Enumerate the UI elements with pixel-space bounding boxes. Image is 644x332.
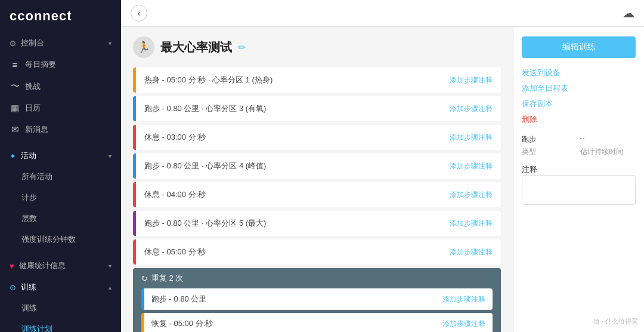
- repeat-header: ↻ 重复 2 次: [141, 273, 493, 284]
- sidebar-item-steps[interactable]: 计步: [0, 187, 121, 208]
- sidebar-item-daily[interactable]: ≡ 每日摘要: [0, 54, 121, 75]
- sidebar-item-training[interactable]: ⊙ 训练 ▴: [0, 276, 121, 298]
- app-logo: cconnect: [0, 0, 121, 32]
- add-note-button[interactable]: 添加步骤注释: [450, 75, 493, 85]
- action-links: 发送到设备 添加至日程表 保存副本 删除: [522, 65, 636, 127]
- sidebar-label-all-activities: 所有活动: [21, 172, 52, 182]
- sidebar-label-floors: 层数: [21, 214, 37, 224]
- sidebar-item-messages[interactable]: ✉ 新消息: [0, 119, 121, 140]
- content-area: 🏃 最大心率测试 ✏ 热身 - 05:00 分:秒 · 心率分区 1 (热身) …: [121, 27, 644, 332]
- repeat-icon: ↻: [141, 274, 148, 283]
- step-row: 跑步 - 0.80 公里 · 心率分区 5 (最大) 添加步骤注释: [133, 211, 501, 236]
- notes-label: 注释: [522, 164, 636, 175]
- sidebar-label-challenge: 挑战: [25, 81, 41, 92]
- step-row: 跑步 - 0.80 公里 · 心率分区 4 (峰值) 添加步骤注释: [133, 153, 501, 179]
- step-row: 休息 - 05:00 分:秒 添加步骤注释: [133, 239, 501, 265]
- sidebar-label-training-sub: 训练: [21, 303, 37, 313]
- repeat-step-row: 跑步 - 0.80 公里 添加步骤注释: [141, 288, 493, 310]
- step-label: 休息 - 03:00 分:秒: [144, 132, 450, 143]
- back-button[interactable]: ‹: [131, 5, 147, 21]
- send-to-device-link[interactable]: 发送到设备: [522, 65, 636, 81]
- challenge-icon: 〜: [10, 81, 20, 92]
- messages-icon: ✉: [10, 124, 20, 135]
- sidebar-item-floors[interactable]: 层数: [0, 208, 121, 229]
- chevron-training-icon: ▴: [109, 284, 112, 291]
- edit-title-icon[interactable]: ✏: [238, 42, 246, 53]
- health-icon: ♥: [10, 262, 14, 270]
- sidebar-item-training-sub[interactable]: 训练: [0, 298, 121, 319]
- sidebar-item-health[interactable]: ♥ 健康统计信息 ▾: [0, 255, 121, 276]
- calendar-icon: ▦: [10, 103, 20, 113]
- step-label: 跑步 - 0.80 公里 · 心率分区 3 (有氧): [144, 103, 450, 114]
- add-note-button[interactable]: 添加步骤注释: [450, 133, 493, 143]
- add-note-button[interactable]: 添加步骤注释: [450, 104, 493, 114]
- repeat-step-row: 恢复 - 05:00 分:秒 添加步骤注释: [141, 313, 493, 332]
- sidebar-label-daily: 每日摘要: [25, 59, 56, 70]
- activity-icon: ✦: [10, 152, 16, 161]
- workout-title-row: 🏃 最大心率测试 ✏: [133, 36, 501, 58]
- sidebar-label-training: 训练: [21, 282, 36, 293]
- step-label: 跑步 - 0.80 公里 · 心率分区 4 (峰值): [144, 161, 450, 171]
- notes-section: 注释: [522, 164, 636, 205]
- sidebar-label-messages: 新消息: [25, 124, 48, 135]
- add-note-button[interactable]: 添加步骤注释: [450, 161, 493, 171]
- watermark: 值 · 什么值得买: [593, 317, 638, 326]
- sidebar-label-activity: 活动: [21, 150, 36, 161]
- workout-area: 🏃 最大心率测试 ✏ 热身 - 05:00 分:秒 · 心率分区 1 (热身) …: [121, 27, 513, 332]
- repeat-block: ↻ 重复 2 次 跑步 - 0.80 公里 添加步骤注释 恢复 - 05:00 …: [133, 268, 501, 332]
- type-value: 跑步: [522, 134, 578, 145]
- add-note-button[interactable]: 添加步骤注释: [450, 247, 493, 257]
- notes-box[interactable]: [522, 175, 636, 205]
- sidebar: cconnect ⊙ 控制台 ▾ ≡ 每日摘要 〜 挑战 ▦ 日历 ✉ 新消息 …: [0, 0, 121, 332]
- step-label: 热身 - 05:00 分:秒 · 心率分区 1 (热身): [144, 75, 450, 85]
- chevron-down-icon: ▾: [109, 40, 112, 47]
- sidebar-item-activity[interactable]: ✦ 活动 ▾: [0, 145, 121, 167]
- delete-link[interactable]: 删除: [522, 112, 636, 127]
- dashboard-icon: ⊙: [10, 39, 16, 48]
- sidebar-label-health: 健康统计信息: [19, 260, 66, 271]
- right-panel: 编辑训练 发送到设备 添加至日程表 保存副本 删除 跑步 -- 类型 估计持续时…: [513, 27, 644, 332]
- repeat-label: 重复 2 次: [151, 273, 183, 284]
- add-note-button[interactable]: 添加步骤注释: [450, 219, 493, 229]
- step-row: 跑步 - 0.80 公里 · 心率分区 3 (有氧) 添加步骤注释: [133, 96, 501, 121]
- sidebar-label-calendar: 日历: [25, 103, 41, 113]
- repeat-step-label: 跑步 - 0.80 公里: [151, 294, 442, 305]
- repeat-step-label: 恢复 - 05:00 分:秒: [151, 318, 442, 329]
- add-note-button[interactable]: 添加步骤注释: [442, 319, 485, 329]
- main-area: ‹ ☁ 🏃 最大心率测试 ✏ 热身 - 05:00 分:秒 · 心率分区 1 (…: [121, 0, 644, 332]
- step-row: 热身 - 05:00 分:秒 · 心率分区 1 (热身) 添加步骤注释: [133, 67, 501, 93]
- workout-info-grid: 跑步 -- 类型 估计持续时间: [522, 134, 636, 157]
- save-copy-link[interactable]: 保存副本: [522, 96, 636, 112]
- training-icon: ⊙: [10, 283, 16, 292]
- back-icon: ‹: [138, 8, 141, 18]
- add-note-button[interactable]: 添加步骤注释: [442, 294, 485, 305]
- step-row: 休息 - 04:00 分:秒 添加步骤注释: [133, 182, 501, 207]
- duration-label: 类型: [522, 147, 578, 157]
- sidebar-item-calendar[interactable]: ▦ 日历: [0, 97, 121, 119]
- sidebar-label-dashboard: 控制台: [21, 38, 44, 48]
- sidebar-item-intensity[interactable]: 强度训练分钟数: [0, 229, 121, 250]
- sidebar-label-training-plan: 训练计划: [21, 324, 52, 332]
- sidebar-item-training-plan[interactable]: 训练计划: [0, 319, 121, 332]
- chevron-health-icon: ▾: [109, 263, 112, 269]
- workout-title: 最大心率测试: [160, 39, 232, 56]
- add-note-button[interactable]: 添加步骤注释: [450, 190, 493, 200]
- sidebar-label-steps: 计步: [21, 193, 37, 203]
- sidebar-item-dashboard[interactable]: ⊙ 控制台 ▾: [0, 32, 121, 54]
- sidebar-label-intensity: 强度训练分钟数: [21, 235, 76, 245]
- workout-icon: 🏃: [133, 36, 154, 58]
- sidebar-item-all-activities[interactable]: 所有活动: [0, 167, 121, 187]
- cloud-upload-icon[interactable]: ☁: [623, 6, 634, 20]
- duration-value: 估计持续时间: [580, 147, 636, 157]
- step-label: 休息 - 05:00 分:秒: [144, 247, 450, 257]
- sidebar-item-challenge[interactable]: 〜 挑战: [0, 75, 121, 97]
- edit-workout-button[interactable]: 编辑训练: [522, 36, 636, 58]
- step-row: 休息 - 03:00 分:秒 添加步骤注释: [133, 125, 501, 150]
- add-to-calendar-link[interactable]: 添加至日程表: [522, 81, 636, 96]
- topbar: ‹ ☁: [121, 0, 644, 27]
- step-label: 休息 - 04:00 分:秒: [144, 189, 450, 200]
- type-dash: --: [580, 134, 636, 145]
- step-label: 跑步 - 0.80 公里 · 心率分区 5 (最大): [144, 218, 450, 229]
- daily-icon: ≡: [10, 60, 20, 70]
- chevron-up-icon: ▾: [109, 153, 112, 159]
